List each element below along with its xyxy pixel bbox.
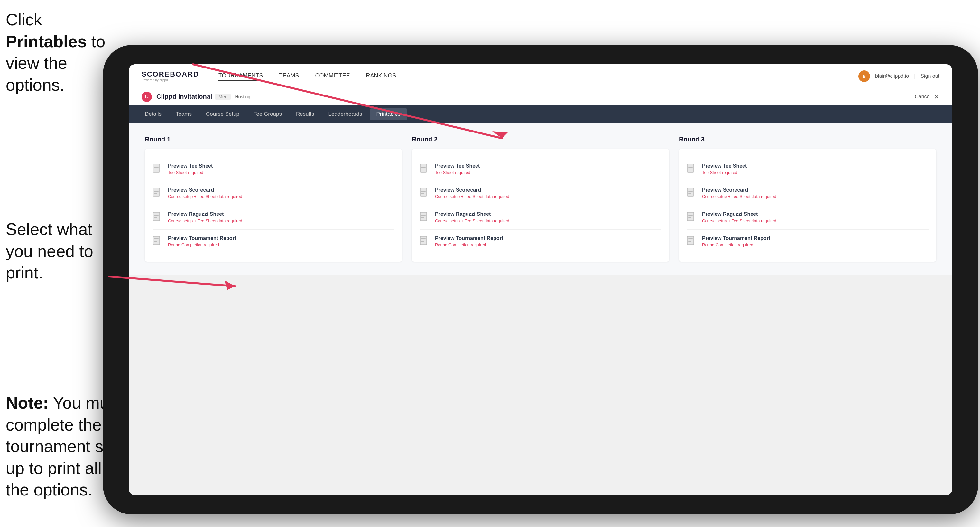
- r2-raguzzi[interactable]: Preview Raguzzi Sheet Course setup + Tee…: [420, 205, 662, 230]
- svg-rect-6: [154, 191, 159, 192]
- tab-details[interactable]: Details: [138, 108, 168, 120]
- svg-rect-43: [688, 217, 691, 217]
- tab-course-setup[interactable]: Course Setup: [199, 108, 246, 120]
- tournament-name: Clippd Invitational: [156, 93, 212, 100]
- r1-tee-sheet-info: Preview Tee Sheet Tee Sheet required: [168, 163, 395, 175]
- r2-scorecard-icon: [420, 188, 430, 199]
- r2-raguzzi-label: Preview Raguzzi Sheet: [435, 211, 662, 217]
- r1-raguzzi[interactable]: Preview Raguzzi Sheet Course setup + Tee…: [153, 205, 395, 230]
- r3-tee-sheet[interactable]: Preview Tee Sheet Tee Sheet required: [687, 157, 929, 181]
- round-3-card: Preview Tee Sheet Tee Sheet required: [679, 149, 936, 262]
- svg-rect-17: [421, 166, 426, 166]
- svg-rect-46: [688, 240, 693, 240]
- sign-out-link[interactable]: Sign out: [921, 73, 939, 79]
- r2-tee-sheet-icon: [420, 163, 430, 175]
- r3-report-label: Preview Tournament Report: [702, 235, 929, 241]
- r2-report-sublabel: Round Completion required: [435, 243, 662, 247]
- r2-tournament-report[interactable]: Preview Tournament Report Round Completi…: [420, 230, 662, 253]
- tournament-logo: C: [142, 92, 152, 102]
- tab-printables[interactable]: Printables: [370, 108, 407, 120]
- svg-rect-38: [688, 191, 693, 192]
- tab-teams[interactable]: Teams: [169, 108, 198, 120]
- nav-item-rankings[interactable]: RANKINGS: [366, 71, 396, 81]
- tab-tee-groups[interactable]: Tee Groups: [247, 108, 288, 120]
- tablet-screen: SCOREBOARD Powered by clippd TOURNAMENTS…: [129, 64, 952, 495]
- r2-tee-sheet-label: Preview Tee Sheet: [435, 163, 662, 169]
- r3-scorecard-sublabel: Course setup + Tee Sheet data required: [702, 194, 929, 199]
- scoreboard-sub: Powered by clippd: [142, 78, 199, 82]
- svg-rect-30: [421, 240, 426, 240]
- r3-tee-sheet-info: Preview Tee Sheet Tee Sheet required: [702, 163, 929, 175]
- r2-raguzzi-sublabel: Course setup + Tee Sheet data required: [435, 218, 662, 223]
- r1-scorecard-icon: [153, 188, 163, 199]
- svg-rect-29: [421, 238, 426, 238]
- svg-rect-9: [154, 214, 159, 214]
- svg-rect-10: [154, 216, 159, 216]
- r2-report-icon: [420, 236, 430, 248]
- r1-tournament-report[interactable]: Preview Tournament Report Round Completi…: [153, 230, 395, 253]
- tab-nav: Details Teams Course Setup Tee Groups Re…: [129, 105, 952, 123]
- nav-item-committee[interactable]: COMMITTEE: [315, 71, 350, 81]
- r2-raguzzi-icon: [420, 212, 430, 224]
- svg-rect-45: [688, 238, 693, 238]
- instruction-middle: Select what you need to print.: [6, 219, 115, 284]
- r1-report-icon: [153, 236, 163, 248]
- r3-report-sublabel: Round Completion required: [702, 243, 929, 247]
- user-avatar: B: [858, 70, 870, 82]
- r1-tee-sheet-label: Preview Tee Sheet: [168, 163, 395, 169]
- r3-scorecard-label: Preview Scorecard: [702, 187, 929, 193]
- svg-rect-12: [153, 237, 159, 245]
- svg-rect-4: [153, 188, 159, 197]
- round-3-title: Round 3: [679, 136, 936, 143]
- tab-results[interactable]: Results: [290, 108, 321, 120]
- r3-tee-sheet-icon: [687, 163, 697, 175]
- svg-rect-1: [154, 166, 159, 166]
- nav-item-teams[interactable]: TEAMS: [279, 71, 299, 81]
- svg-rect-35: [688, 169, 691, 170]
- r1-raguzzi-label: Preview Raguzzi Sheet: [168, 211, 395, 217]
- r2-scorecard-sublabel: Course setup + Tee Sheet data required: [435, 194, 662, 199]
- r1-tee-sheet-sublabel: Tee Sheet required: [168, 170, 395, 175]
- r1-scorecard[interactable]: Preview Scorecard Course setup + Tee She…: [153, 181, 395, 205]
- r1-raguzzi-sublabel: Course setup + Tee Sheet data required: [168, 218, 395, 223]
- svg-rect-20: [420, 188, 426, 197]
- r3-tournament-report[interactable]: Preview Tournament Report Round Completi…: [687, 230, 929, 253]
- r3-raguzzi-info: Preview Raguzzi Sheet Course setup + Tee…: [702, 211, 929, 223]
- r2-raguzzi-info: Preview Raguzzi Sheet Course setup + Tee…: [435, 211, 662, 223]
- round-1-title: Round 1: [145, 136, 402, 143]
- tournament-header: C Clippd Invitational Men Hosting Cancel…: [129, 88, 952, 105]
- svg-rect-13: [154, 238, 159, 238]
- tab-leaderboards[interactable]: Leaderboards: [322, 108, 369, 120]
- r1-tee-sheet-icon: [153, 163, 163, 175]
- svg-rect-8: [153, 212, 159, 221]
- r1-tee-sheet[interactable]: Preview Tee Sheet Tee Sheet required: [153, 157, 395, 181]
- cancel-button[interactable]: Cancel: [915, 94, 931, 100]
- svg-rect-19: [421, 169, 424, 170]
- scoreboard-logo: SCOREBOARD Powered by clippd: [142, 70, 199, 82]
- r3-report-icon: [687, 236, 697, 248]
- svg-rect-25: [421, 214, 426, 214]
- nav-item-tournaments[interactable]: TOURNAMENTS: [218, 71, 263, 81]
- round-3-section: Round 3: [679, 136, 936, 262]
- r3-scorecard[interactable]: Preview Scorecard Course setup + Tee She…: [687, 181, 929, 205]
- close-icon[interactable]: ✕: [934, 93, 939, 101]
- r3-raguzzi[interactable]: Preview Raguzzi Sheet Course setup + Tee…: [687, 205, 929, 230]
- r3-raguzzi-label: Preview Raguzzi Sheet: [702, 211, 929, 217]
- r3-report-info: Preview Tournament Report Round Completi…: [702, 235, 929, 247]
- svg-rect-40: [687, 212, 694, 221]
- top-nav-right: B blair@clippd.io | Sign out: [858, 70, 939, 82]
- r3-scorecard-info: Preview Scorecard Course setup + Tee She…: [702, 187, 929, 199]
- note-bold: Note:: [6, 394, 49, 412]
- r2-scorecard[interactable]: Preview Scorecard Course setup + Tee She…: [420, 181, 662, 205]
- svg-rect-39: [688, 193, 691, 194]
- r1-scorecard-info: Preview Scorecard Course setup + Tee She…: [168, 187, 395, 199]
- r3-raguzzi-sublabel: Course setup + Tee Sheet data required: [702, 218, 929, 223]
- round-2-card: Preview Tee Sheet Tee Sheet required: [412, 149, 669, 262]
- r1-scorecard-label: Preview Scorecard: [168, 187, 395, 193]
- r2-tee-sheet[interactable]: Preview Tee Sheet Tee Sheet required: [420, 157, 662, 181]
- tournament-header-right: Cancel ✕: [915, 93, 939, 101]
- svg-rect-7: [154, 193, 158, 194]
- top-nav: SCOREBOARD Powered by clippd TOURNAMENTS…: [129, 64, 952, 88]
- svg-rect-0: [153, 164, 159, 172]
- top-nav-items: TOURNAMENTS TEAMS COMMITTEE RANKINGS: [218, 71, 858, 81]
